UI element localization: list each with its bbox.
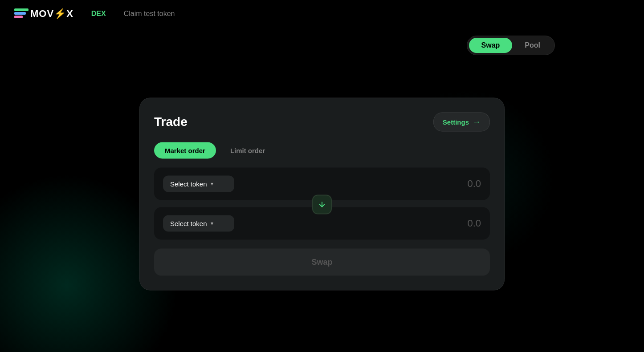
trade-card: Trade Settings → Market order Limit orde… — [139, 97, 505, 290]
market-order-tab[interactable]: Market order — [154, 142, 216, 158]
to-token-select-button[interactable]: Select token ▾ — [163, 215, 234, 231]
pool-mode-button[interactable]: Pool — [512, 38, 553, 53]
settings-button[interactable]: Settings → — [433, 112, 490, 131]
to-token-label: Select token — [170, 219, 207, 227]
trade-header: Trade Settings → — [154, 112, 490, 131]
arrow-down-icon — [318, 200, 326, 208]
nav-claim-link[interactable]: Claim test token — [124, 10, 175, 18]
mode-toggle-container: Swap Pool — [467, 36, 555, 55]
nav-dex-link[interactable]: DEX — [91, 10, 106, 18]
logo-bar-3 — [14, 16, 23, 18]
token-rows-wrapper: Select token ▾ 0.0 Select token ▾ — [154, 167, 490, 241]
from-token-chevron-icon: ▾ — [211, 181, 213, 187]
to-token-amount: 0.0 — [467, 218, 481, 229]
settings-arrow-icon: → — [473, 117, 481, 126]
limit-order-tab[interactable]: Limit order — [220, 142, 276, 158]
to-token-chevron-icon: ▾ — [211, 220, 213, 227]
from-token-amount: 0.0 — [467, 178, 481, 190]
from-token-select-button[interactable]: Select token ▾ — [163, 175, 234, 192]
swap-direction-button[interactable] — [312, 194, 332, 214]
logo-icon — [14, 8, 29, 19]
swap-mode-button[interactable]: Swap — [469, 38, 513, 53]
trade-card-wrapper: Trade Settings → Market order Limit orde… — [139, 97, 505, 290]
navbar: MOV⚡X DEX Claim test token — [0, 0, 644, 28]
trade-title: Trade — [154, 115, 187, 129]
settings-label: Settings — [443, 118, 469, 125]
from-token-label: Select token — [170, 180, 207, 187]
logo-bar-2 — [14, 12, 26, 15]
order-tabs: Market order Limit order — [154, 142, 490, 158]
logo-bar-1 — [14, 8, 29, 11]
logo: MOV⚡X — [14, 8, 73, 20]
mode-toggle: Swap Pool — [467, 36, 555, 55]
swap-action-button[interactable]: Swap — [154, 248, 490, 275]
logo-text: MOV⚡X — [30, 8, 73, 20]
